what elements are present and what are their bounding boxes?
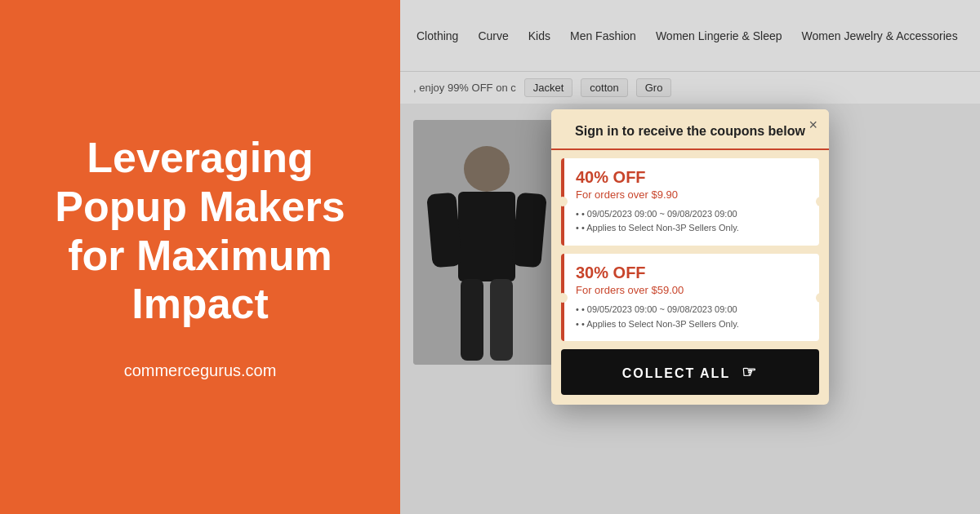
coupon-card-1: 40% OFF For orders over $9.90 • 09/05/20… bbox=[561, 158, 819, 246]
coupon1-min: For orders over $9.90 bbox=[576, 188, 808, 201]
right-panel: Clothing Curve Kids Men Fashion Women Li… bbox=[400, 0, 980, 514]
main-title: Leveraging Popup Makers for Maximum Impa… bbox=[41, 134, 359, 329]
coupon1-amount: 40% OFF bbox=[576, 168, 808, 187]
coupon1-details: • 09/05/2023 09:00 ~ 09/08/2023 09:00 • … bbox=[576, 207, 808, 236]
coupon2-detail2: • Applies to Select Non-3P Sellers Only. bbox=[576, 317, 808, 332]
coupon2-detail1: • 09/05/2023 09:00 ~ 09/08/2023 09:00 bbox=[576, 303, 808, 317]
coupon2-min: For orders over $59.00 bbox=[576, 284, 808, 296]
collect-all-button[interactable]: COLLECT ALL ☞ bbox=[561, 349, 819, 395]
coupon1-detail1: • 09/05/2023 09:00 ~ 09/08/2023 09:00 bbox=[576, 207, 808, 222]
coupon2-details: • 09/05/2023 09:00 ~ 09/08/2023 09:00 • … bbox=[576, 303, 808, 331]
popup-title: Sign in to receive the coupons below bbox=[575, 124, 805, 138]
website-url: commercegurus.com bbox=[124, 361, 277, 380]
coupon-card-2: 30% OFF For orders over $59.00 • 09/05/2… bbox=[561, 254, 819, 341]
popup-modal: × Sign in to receive the coupons below 4… bbox=[551, 109, 829, 405]
left-panel: Leveraging Popup Makers for Maximum Impa… bbox=[0, 0, 400, 514]
popup-close-button[interactable]: × bbox=[808, 117, 817, 132]
coupon1-detail2: • Applies to Select Non-3P Sellers Only. bbox=[576, 221, 808, 236]
popup-overlay: × Sign in to receive the coupons below 4… bbox=[400, 0, 980, 514]
cursor-icon: ☞ bbox=[742, 362, 758, 382]
coupon2-amount: 30% OFF bbox=[576, 264, 808, 282]
collect-all-label: COLLECT ALL bbox=[622, 366, 730, 380]
popup-header: Sign in to receive the coupons below bbox=[551, 109, 829, 150]
